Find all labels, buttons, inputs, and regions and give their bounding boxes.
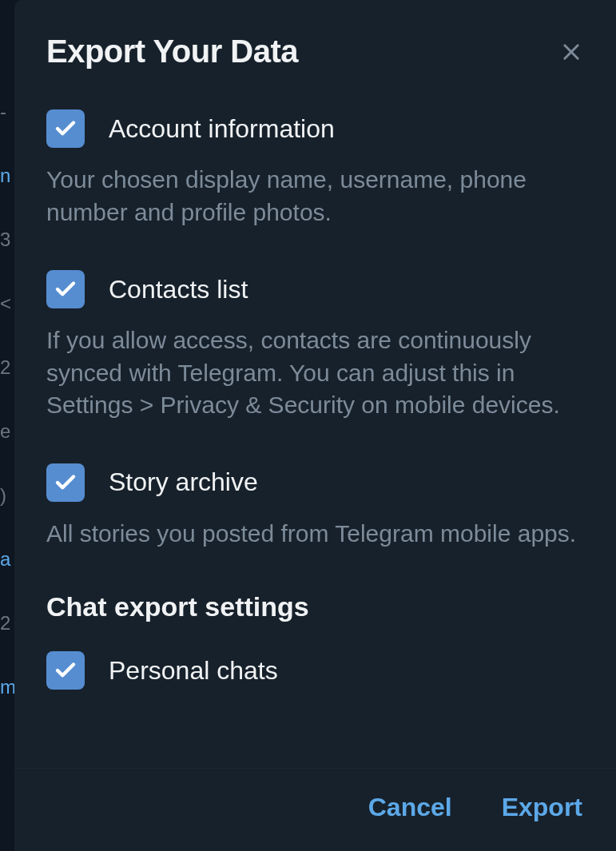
modal-header: Export Your Data [14, 0, 616, 78]
modal-content: Account information Your chosen display … [14, 78, 616, 768]
check-icon [54, 117, 77, 141]
check-icon [54, 471, 77, 495]
modal-title: Export Your Data [46, 34, 298, 70]
option-account-information[interactable]: Account information [46, 109, 584, 148]
option-story-archive[interactable]: Story archive [46, 463, 584, 502]
option-contacts-list[interactable]: Contacts list [46, 270, 584, 308]
checkbox-contacts-list[interactable] [46, 270, 85, 308]
export-button[interactable]: Export [502, 793, 582, 822]
close-button[interactable] [557, 38, 586, 66]
close-icon [560, 41, 582, 63]
cancel-button[interactable]: Cancel [368, 793, 452, 822]
option-personal-chats[interactable]: Personal chats [46, 651, 584, 690]
option-label: Personal chats [109, 656, 278, 686]
export-data-modal: Export Your Data Account information You… [14, 0, 616, 851]
option-description: If you allow access, contacts are contin… [46, 324, 584, 422]
checkbox-personal-chats[interactable] [46, 651, 85, 690]
option-description: All stories you posted from Telegram mob… [46, 518, 584, 551]
section-heading-chat-export: Chat export settings [46, 591, 584, 622]
option-label: Account information [109, 114, 335, 144]
option-label: Story archive [109, 467, 258, 497]
option-label: Contacts list [109, 275, 248, 304]
check-icon [54, 658, 77, 682]
check-icon [54, 277, 77, 301]
checkbox-story-archive[interactable] [46, 463, 85, 502]
modal-footer: Cancel Export [14, 768, 616, 851]
checkbox-account-information[interactable] [46, 109, 85, 148]
option-description: Your chosen display name, username, phon… [46, 164, 584, 229]
